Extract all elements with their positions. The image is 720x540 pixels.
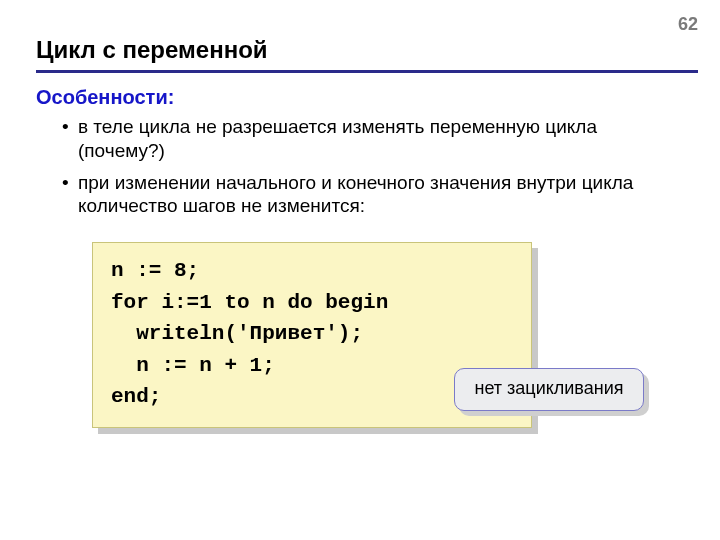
slide-title: Цикл с переменной bbox=[36, 36, 268, 64]
list-item: в теле цикла не разрешается изменять пер… bbox=[62, 115, 684, 163]
callout-container: нет зацикливания bbox=[454, 368, 644, 411]
callout-note: нет зацикливания bbox=[454, 368, 644, 411]
title-underline bbox=[36, 70, 698, 73]
features-heading: Особенности: bbox=[36, 86, 684, 109]
content-area: Особенности: в теле цикла не разрешается… bbox=[36, 86, 684, 226]
features-list: в теле цикла не разрешается изменять пер… bbox=[36, 115, 684, 218]
list-item: при изменении начального и конечного зна… bbox=[62, 171, 684, 219]
page-number: 62 bbox=[678, 14, 698, 35]
